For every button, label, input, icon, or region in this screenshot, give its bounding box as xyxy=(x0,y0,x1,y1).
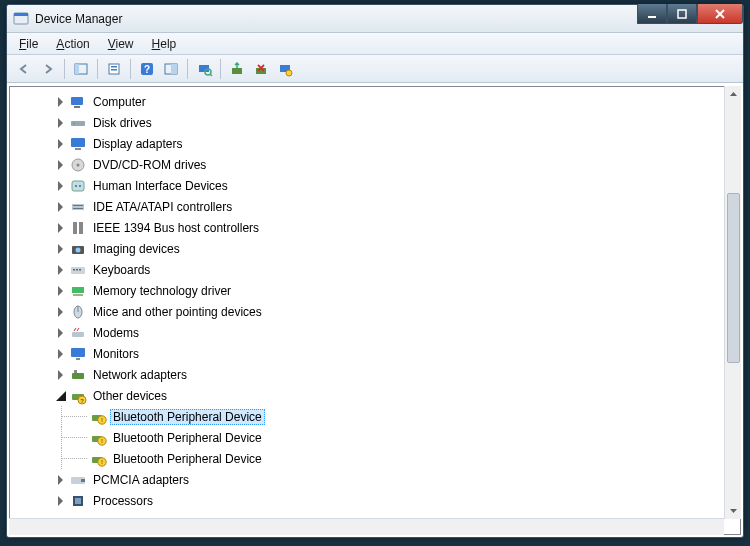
tree-child-item[interactable]: Bluetooth Peripheral Device xyxy=(10,406,740,427)
tree-item[interactable]: PCMCIA adapters xyxy=(10,469,740,490)
update-driver-button[interactable] xyxy=(226,58,248,80)
help-button[interactable]: ? xyxy=(136,58,158,80)
tree-item[interactable]: IDE ATA/ATAPI controllers xyxy=(10,196,740,217)
tree-item-label: Imaging devices xyxy=(90,241,183,257)
expand-icon[interactable] xyxy=(56,202,66,212)
unknown-device-icon xyxy=(90,409,106,425)
minimize-button[interactable] xyxy=(637,4,667,24)
expand-icon[interactable] xyxy=(56,118,66,128)
toolbar-separator xyxy=(130,59,131,79)
titlebar[interactable]: Device Manager xyxy=(7,5,743,33)
expand-icon[interactable] xyxy=(56,475,66,485)
modem-icon xyxy=(70,325,86,341)
tree-item[interactable]: Imaging devices xyxy=(10,238,740,259)
tree-item[interactable]: Disk drives xyxy=(10,112,740,133)
tree-item[interactable]: Modems xyxy=(10,322,740,343)
expand-icon[interactable] xyxy=(56,139,66,149)
tree-item-label: Monitors xyxy=(90,346,142,362)
scroll-down-button[interactable] xyxy=(726,502,741,519)
toolbar: ? xyxy=(7,55,743,83)
svg-point-59 xyxy=(286,70,292,76)
tree-item-label: Modems xyxy=(90,325,142,341)
expand-icon[interactable] xyxy=(56,349,66,359)
tree-item-label: Bluetooth Peripheral Device xyxy=(110,409,265,425)
tree-item-label: Computer xyxy=(90,94,149,110)
expand-icon[interactable] xyxy=(56,307,66,317)
expand-icon[interactable] xyxy=(56,370,66,380)
window-buttons xyxy=(637,4,743,24)
svg-rect-44 xyxy=(678,10,686,18)
vertical-scrollbar[interactable] xyxy=(724,86,741,519)
collapse-icon[interactable] xyxy=(56,391,66,401)
action-toolbar-button[interactable] xyxy=(160,58,182,80)
other-icon xyxy=(70,388,86,404)
expand-icon[interactable] xyxy=(56,286,66,296)
expand-icon[interactable] xyxy=(56,496,66,506)
display-icon xyxy=(70,136,86,152)
disable-button[interactable] xyxy=(274,58,296,80)
svg-rect-43 xyxy=(648,16,656,18)
tree-item[interactable]: IEEE 1394 Bus host controllers xyxy=(10,217,740,238)
menubar: File Action View Help xyxy=(7,33,743,55)
back-button[interactable] xyxy=(13,58,35,80)
expand-icon[interactable] xyxy=(56,181,66,191)
tree-child-item[interactable]: Bluetooth Peripheral Device xyxy=(10,448,740,469)
computer-icon xyxy=(70,94,86,110)
menu-file[interactable]: File xyxy=(19,37,38,51)
tree-item-label: Display adapters xyxy=(90,136,185,152)
tree-item[interactable]: Mice and other pointing devices xyxy=(10,301,740,322)
expand-icon[interactable] xyxy=(56,97,66,107)
forward-button[interactable] xyxy=(37,58,59,80)
svg-rect-46 xyxy=(75,64,79,74)
tree-item[interactable]: Monitors xyxy=(10,343,740,364)
tree-item-label: Memory technology driver xyxy=(90,283,234,299)
svg-text:?: ? xyxy=(144,64,150,75)
svg-rect-56 xyxy=(232,68,242,74)
keyboard-icon xyxy=(70,262,86,278)
tree-item[interactable]: DVD/CD-ROM drives xyxy=(10,154,740,175)
device-tree[interactable]: ComputerDisk drivesDisplay adaptersDVD/C… xyxy=(9,86,741,535)
hid-icon xyxy=(70,178,86,194)
scroll-track[interactable] xyxy=(726,103,741,502)
firewire-icon xyxy=(70,220,86,236)
scroll-up-button[interactable] xyxy=(726,86,741,103)
tree-item[interactable]: Network adapters xyxy=(10,364,740,385)
menu-view[interactable]: View xyxy=(108,37,134,51)
toolbar-separator xyxy=(97,59,98,79)
menu-help[interactable]: Help xyxy=(152,37,177,51)
console-tree-button[interactable] xyxy=(70,58,92,80)
optical-icon xyxy=(70,157,86,173)
horizontal-scrollbar[interactable] xyxy=(9,518,724,535)
tree-item[interactable]: Human Interface Devices xyxy=(10,175,740,196)
device-manager-window: Device Manager File Action View Help ? C… xyxy=(6,4,744,538)
tree-child-item[interactable]: Bluetooth Peripheral Device xyxy=(10,427,740,448)
tree-item[interactable]: Memory technology driver xyxy=(10,280,740,301)
scroll-thumb[interactable] xyxy=(727,193,740,363)
properties-button[interactable] xyxy=(103,58,125,80)
tree-item[interactable]: Keyboards xyxy=(10,259,740,280)
menu-action[interactable]: Action xyxy=(56,37,89,51)
expand-icon[interactable] xyxy=(56,328,66,338)
unknown-device-icon xyxy=(90,430,106,446)
expand-icon[interactable] xyxy=(56,265,66,275)
tree-item-label: IDE ATA/ATAPI controllers xyxy=(90,199,235,215)
tree-item-label: Bluetooth Peripheral Device xyxy=(110,451,265,467)
expand-icon[interactable] xyxy=(56,160,66,170)
tree-item-label: Human Interface Devices xyxy=(90,178,231,194)
tree-item[interactable]: Processors xyxy=(10,490,740,511)
toolbar-separator xyxy=(187,59,188,79)
maximize-button[interactable] xyxy=(667,4,697,24)
tree-item[interactable]: Computer xyxy=(10,91,740,112)
uninstall-button[interactable] xyxy=(250,58,272,80)
expand-icon[interactable] xyxy=(56,244,66,254)
tree-item-label: Bluetooth Peripheral Device xyxy=(110,430,265,446)
close-button[interactable] xyxy=(697,4,743,24)
tree-item[interactable]: Other devices xyxy=(10,385,740,406)
toolbar-separator xyxy=(220,59,221,79)
tree-item-label: Keyboards xyxy=(90,262,153,278)
tree-item[interactable]: Display adapters xyxy=(10,133,740,154)
expand-icon[interactable] xyxy=(56,223,66,233)
app-icon xyxy=(13,11,29,27)
scan-hardware-button[interactable] xyxy=(193,58,215,80)
processor-icon xyxy=(70,493,86,509)
